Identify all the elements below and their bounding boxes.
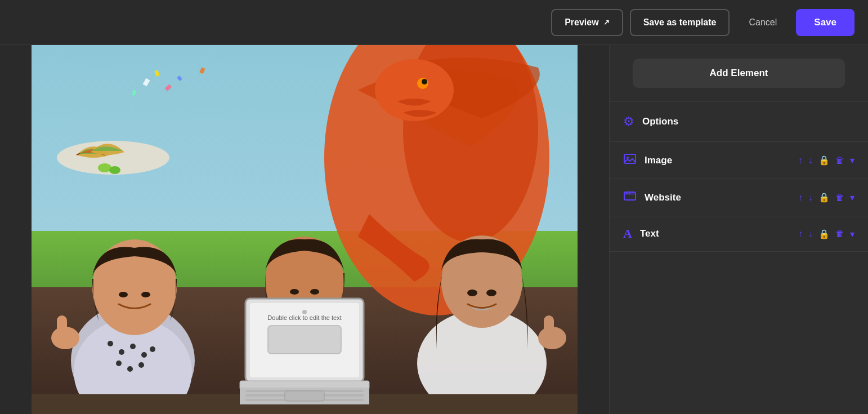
website-delete-button[interactable]: 🗑 [835,193,844,203]
image-element-label: Image [645,155,790,166]
svg-point-20 [108,341,113,346]
canvas-area: Double click to edit the text [0,45,609,414]
svg-text:Double click to edit the text: Double click to edit the text [267,314,341,321]
svg-point-54 [302,310,307,314]
add-element-button[interactable]: Add Element [633,59,845,88]
svg-rect-55 [624,154,636,163]
external-link-icon: ↗ [603,18,610,26]
svg-rect-32 [57,315,67,341]
image-icon [623,152,637,168]
svg-point-40 [486,290,496,296]
options-section[interactable]: ⚙ Options [610,102,868,142]
svg-point-17 [109,166,120,174]
image-lock-button[interactable]: 🔒 [818,155,830,166]
image-controls: ↑ ↓ 🔒 🗑 ▾ [798,155,854,166]
svg-point-21 [119,349,124,355]
website-controls: ↑ ↓ 🔒 🗑 ▾ [798,192,854,203]
text-delete-button[interactable]: 🗑 [835,229,844,239]
sidebar: Add Element ⚙ Options Image ↑ ↓ [609,45,868,414]
svg-point-25 [127,366,133,372]
text-lock-button[interactable]: 🔒 [818,229,830,239]
element-row-website[interactable]: Website ↑ ↓ 🔒 🗑 ▾ [610,179,868,216]
website-icon [623,189,637,206]
website-lock-button[interactable]: 🔒 [818,192,830,203]
svg-rect-47 [268,326,341,354]
add-element-section: Add Element [610,45,868,102]
cancel-label: Cancel [749,17,777,28]
text-up-button[interactable]: ↑ [798,229,803,239]
website-expand-button[interactable]: ▾ [850,192,854,203]
text-element-label: Text [640,228,790,239]
text-down-button[interactable]: ↓ [808,229,813,239]
toolbar: Preview ↗ Save as template Cancel Save [0,0,868,45]
main-area: Double click to edit the text [0,45,868,414]
svg-point-30 [141,292,150,297]
svg-rect-42 [544,315,554,341]
save-template-label: Save as template [643,17,717,28]
save-button[interactable]: Save [796,9,854,36]
preview-label: Preview [565,17,598,28]
svg-point-29 [119,292,128,297]
svg-point-39 [467,290,477,296]
save-as-template-button[interactable]: Save as template [630,9,730,36]
svg-point-24 [116,360,122,366]
image-delete-button[interactable]: 🗑 [835,155,844,166]
save-label: Save [814,17,836,28]
website-down-button[interactable]: ↓ [808,193,813,203]
canvas-image-container[interactable]: Double click to edit the text [32,45,578,414]
preview-button[interactable]: Preview ↗ [551,9,623,36]
svg-point-56 [627,157,629,159]
image-expand-button[interactable]: ▾ [850,155,854,166]
svg-point-27 [150,346,155,352]
svg-point-36 [310,289,319,295]
image-up-button[interactable]: ↑ [798,155,803,166]
website-up-button[interactable]: ↑ [798,193,803,203]
options-label: Options [642,116,678,127]
svg-rect-59 [626,193,628,194]
text-expand-button[interactable]: ▾ [850,229,854,239]
add-element-label: Add Element [710,68,768,79]
svg-point-8 [422,79,427,84]
svg-point-35 [290,289,299,295]
svg-point-26 [138,362,144,368]
text-icon: A [623,226,632,241]
svg-rect-60 [629,193,630,194]
svg-point-22 [130,344,136,349]
element-row-image[interactable]: Image ↑ ↓ 🔒 🗑 ▾ [610,142,868,179]
element-row-text[interactable]: A Text ↑ ↓ 🔒 🗑 ▾ [610,216,868,252]
gear-icon: ⚙ [623,114,634,129]
website-element-label: Website [645,192,790,203]
svg-rect-53 [285,391,324,401]
svg-point-23 [141,352,147,358]
text-controls: ↑ ↓ 🔒 🗑 ▾ [798,229,854,239]
cancel-button[interactable]: Cancel [736,9,789,36]
image-down-button[interactable]: ↓ [808,155,813,166]
canvas-photo: Double click to edit the text [32,45,578,414]
